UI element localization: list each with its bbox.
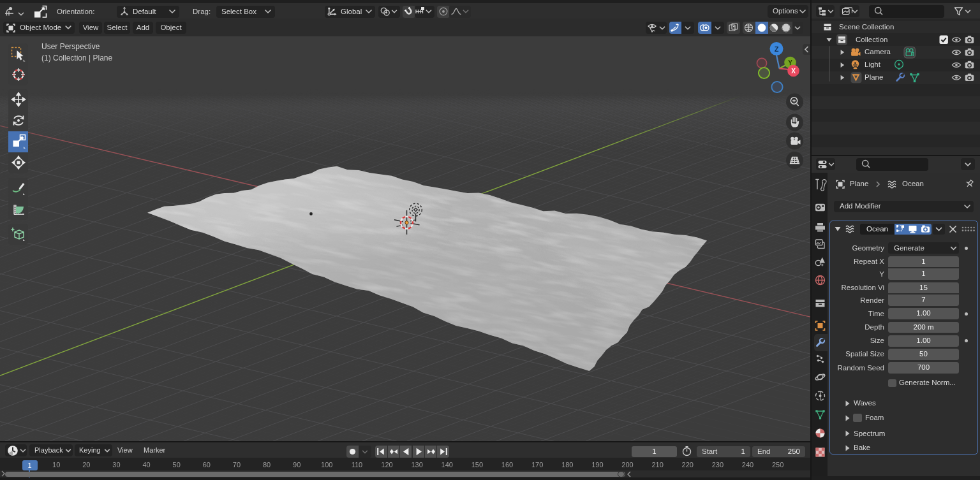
svg-text:X: X bbox=[791, 68, 796, 75]
svg-text:Z: Z bbox=[775, 45, 779, 53]
